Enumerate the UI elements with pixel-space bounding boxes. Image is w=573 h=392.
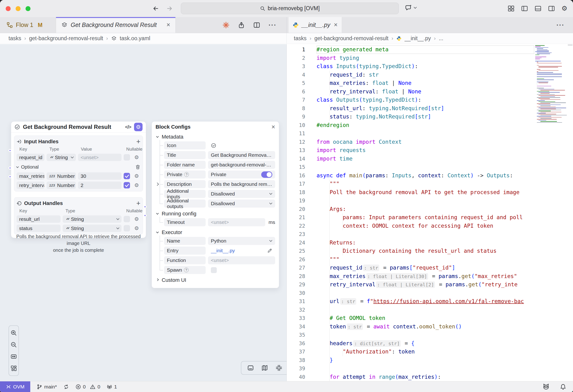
breadcrumb-item[interactable]: __init__.py	[405, 35, 431, 42]
tab-init-py[interactable]: __init__.py ×	[288, 17, 342, 33]
chat-button[interactable]	[405, 4, 416, 12]
more-actions-icon[interactable]	[269, 21, 277, 29]
gear-icon[interactable]	[134, 174, 140, 179]
remote-indicator[interactable]: OVM	[0, 381, 30, 392]
code-line[interactable]	[317, 129, 534, 138]
zoom-out-icon[interactable]	[10, 341, 17, 348]
customize-layout-icon[interactable]	[507, 5, 515, 12]
flow-canvas[interactable]: Get Background Removal Result Input Hand…	[0, 44, 287, 381]
expander-chevron-right-icon[interactable]	[156, 182, 159, 186]
gear-icon[interactable]	[134, 216, 140, 222]
output-port-status[interactable]	[143, 214, 146, 217]
code-line[interactable]: context: OOMOL context for accessing API…	[317, 222, 534, 230]
nullable-checkbox[interactable]	[124, 216, 130, 222]
add-output-button[interactable]	[136, 200, 140, 207]
key-field[interactable]: request_id	[17, 154, 44, 161]
problems-indicator[interactable]: 0 0	[75, 384, 100, 390]
code-line[interactable]	[317, 364, 534, 373]
output-port-result-url[interactable]	[143, 205, 146, 208]
code-line[interactable]: Args:	[317, 205, 534, 214]
code-line[interactable]: class Outputs(typing.TypedDict):	[317, 96, 534, 104]
tab-flow-1[interactable]: Flow 1 M	[0, 17, 56, 33]
code-line[interactable]	[317, 331, 534, 339]
code-line[interactable]: import typing	[317, 54, 534, 62]
input-port-retry-interval[interactable]	[9, 175, 12, 178]
code-line[interactable]: params: Input parameters containing requ…	[317, 213, 534, 222]
code-line[interactable]: for attempt in range(max_retries):	[317, 373, 534, 381]
value-field[interactable]: 30	[78, 172, 122, 180]
code-line[interactable]: headers: dict[str, str] = {	[317, 339, 534, 348]
node-get-background-removal-result[interactable]: Get Background Removal Result Input Hand…	[11, 121, 146, 238]
code-line[interactable]: url: str = f"https://fusion-api.oomol.co…	[317, 297, 534, 306]
code-line[interactable]: status: typing.NotRequired[str]	[317, 112, 534, 121]
code-line[interactable]: """	[317, 255, 534, 264]
additional-outputs-select[interactable]: Disallowed	[208, 199, 275, 208]
zoom-in-icon[interactable]	[10, 330, 17, 336]
section-running-config[interactable]: Running config	[156, 209, 275, 218]
code-line[interactable]: class Inputs(typing.TypedDict):	[317, 62, 534, 71]
breadcrumb-item[interactable]: task.oo.yaml	[120, 35, 150, 42]
search-input[interactable]: bria-removebg [OVM]	[181, 3, 399, 14]
code-line[interactable]: #region generated meta	[317, 45, 534, 54]
branch-indicator[interactable]: main*	[37, 384, 57, 390]
key-field[interactable]: status	[17, 225, 60, 232]
section-custom-ui[interactable]: Custom UI	[156, 276, 275, 285]
node-settings-button[interactable]	[134, 123, 143, 131]
sync-indicator[interactable]	[63, 384, 69, 390]
port-forward-indicator[interactable]: 1	[107, 384, 117, 390]
key-field[interactable]: result_url	[17, 215, 60, 223]
collapse-center-icon[interactable]	[275, 364, 283, 372]
code-line[interactable]	[317, 289, 534, 297]
executor-name-select[interactable]: Python	[208, 237, 275, 245]
help-icon[interactable]	[184, 268, 189, 272]
code-line[interactable]: request_id: str	[317, 71, 534, 79]
code-line[interactable]: import time	[317, 155, 534, 163]
private-toggle-on[interactable]	[261, 171, 272, 178]
minimap[interactable]	[535, 44, 567, 167]
type-select[interactable]: 123Number	[47, 172, 76, 180]
code-line[interactable]: from oocana import Context	[317, 138, 534, 146]
tab-get-background-removal-result[interactable]: Get Background Removal Result ×	[56, 17, 176, 33]
type-select[interactable]: 123Number	[47, 182, 76, 189]
code-line[interactable]: }	[317, 356, 534, 365]
entry-file-link[interactable]: __init__.py	[211, 248, 235, 253]
back-arrow-icon[interactable]	[152, 5, 159, 12]
gear-icon[interactable]	[134, 155, 140, 160]
code-line[interactable]	[317, 306, 534, 314]
settings-gear-icon[interactable]	[561, 5, 567, 12]
fit-width-icon[interactable]	[10, 353, 17, 360]
forward-arrow-icon[interactable]	[166, 5, 173, 12]
code-line[interactable]: # Get OOMOL token	[317, 314, 534, 322]
toggle-panel-left-icon[interactable]	[521, 5, 528, 12]
split-editor-icon[interactable]	[253, 21, 260, 29]
trash-icon[interactable]	[135, 164, 140, 170]
spark-run-icon[interactable]	[222, 21, 230, 29]
pencil-edit-icon[interactable]	[267, 248, 272, 253]
key-field[interactable]: retry_interval	[17, 182, 44, 189]
close-window-button[interactable]	[6, 6, 11, 11]
code-line[interactable]	[317, 196, 534, 205]
code-line[interactable]: max_retries: float | Literal[30] = param…	[317, 272, 534, 281]
more-actions-icon[interactable]	[556, 21, 564, 29]
code-line[interactable]: request_id: str = params["request_id"]	[317, 264, 534, 272]
share-export-icon[interactable]	[238, 21, 245, 29]
breadcrumb-item[interactable]: tasks	[294, 35, 306, 42]
scrollbar-thumb[interactable]	[568, 44, 573, 46]
optional-group-row[interactable]: Optional	[17, 163, 140, 170]
layout-grid-icon[interactable]	[10, 365, 17, 372]
code-line[interactable]: Poll the background removal API to get t…	[317, 188, 534, 197]
toggle-panel-bottom-icon[interactable]	[535, 5, 541, 12]
nullable-checkbox-checked[interactable]	[124, 182, 130, 188]
breadcrumb-item[interactable]: get-background-removal-result	[29, 35, 103, 42]
code-line[interactable]: #endregion	[317, 121, 534, 130]
add-input-button[interactable]	[136, 138, 140, 145]
close-panel-icon[interactable]: ×	[271, 124, 275, 130]
code-line[interactable]: retry_interval: float | None	[317, 88, 534, 96]
additional-inputs-select[interactable]: Disallowed	[208, 190, 275, 198]
code-line[interactable]: async def main(params: Inputs, context: …	[317, 171, 534, 180]
value-field[interactable]: 2	[78, 182, 122, 189]
type-select[interactable]: “String	[47, 154, 76, 161]
timeout-field[interactable]: <unset>	[208, 218, 265, 226]
code-line[interactable]: Returns:	[317, 239, 534, 247]
breadcrumb-item[interactable]: ...	[439, 35, 443, 42]
